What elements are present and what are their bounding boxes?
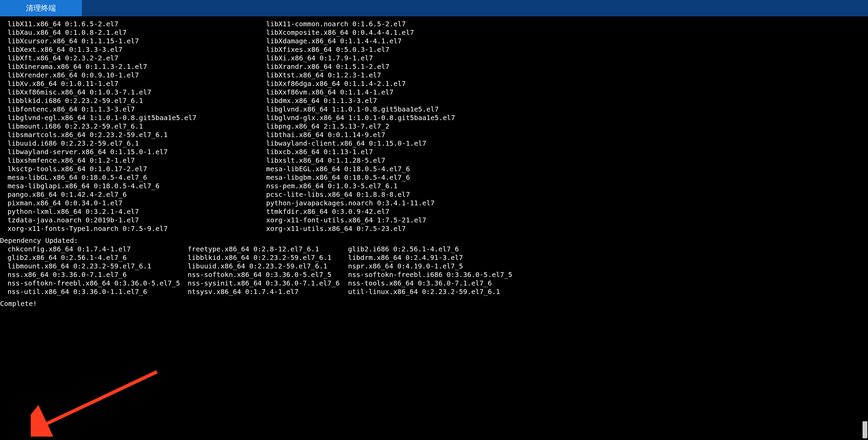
pkg-line: libmount.x86_64 0:2.23.2-59.el7_6.1 bbox=[8, 262, 188, 270]
pkg-line: libxcb.x86_64 0:1.13-1.el7 bbox=[266, 148, 455, 156]
pkg-line: libmount.i686 0:2.23.2-59.el7_6.1 bbox=[8, 122, 266, 131]
pkg-line: libglvnd-glx.x86_64 1:1.0.1-0.8.git5baa1… bbox=[266, 114, 455, 122]
pkg-line: libwayland-client.x86_64 0:1.15.0-1.el7 bbox=[266, 139, 455, 148]
pkg-line: xorg-x11-font-utils.x86_64 1:7.5-21.el7 bbox=[266, 216, 455, 224]
svg-line-1 bbox=[41, 372, 157, 426]
clear-terminal-button[interactable]: 清理终端 bbox=[0, 0, 82, 16]
pkg-line: chkconfig.x86_64 0:1.7.4-1.el7 bbox=[8, 245, 188, 253]
pkg-line: tzdata-java.noarch 0:2019b-1.el7 bbox=[8, 216, 266, 224]
pkg-line: libxshmfence.x86_64 0:1.2-1.el7 bbox=[8, 156, 266, 165]
pkg-line: python-javapackages.noarch 0:3.4.1-11.el… bbox=[266, 199, 455, 207]
clear-button-label: 清理终端 bbox=[26, 3, 56, 13]
pkg-line: glib2.x86_64 0:2.56.1-4.el7_6 bbox=[8, 253, 188, 262]
pkg-line: nss-softokn-freebl.x86_64 0:3.36.0-5.el7… bbox=[8, 279, 188, 288]
dep-column-a: chkconfig.x86_64 0:1.7.4-1.el7 glib2.x86… bbox=[0, 245, 188, 296]
header-bar: 清理终端 bbox=[0, 0, 868, 16]
pkg-line: libXdamage.x86_64 0:1.1.4-4.1.el7 bbox=[266, 37, 455, 45]
scrollbar-track[interactable] bbox=[862, 16, 868, 440]
pkg-line: libxslt.x86_64 0:1.1.28-5.el7 bbox=[266, 156, 455, 165]
pkg-line: libuuid.x86_64 0:2.23.2-59.el7_6.1 bbox=[188, 262, 348, 270]
pkg-line: libdmx.x86_64 0:1.1.3-3.el7 bbox=[266, 97, 455, 105]
pkg-line: libglvnd.x86_64 1:1.0.1-0.8.git5baa1e5.e… bbox=[266, 105, 455, 114]
installed-packages-section: libX11.x86_64 0:1.6.5-2.el7 libXau.x86_6… bbox=[0, 20, 868, 233]
pkg-line: xorg-x11-fonts-Type1.noarch 0:7.5-9.el7 bbox=[8, 224, 266, 233]
pkg-line: python-lxml.x86_64 0:3.2.1-4.el7 bbox=[8, 207, 266, 216]
pkg-line: nss-sysinit.x86_64 0:3.36.0-7.1.el7_6 bbox=[188, 279, 348, 288]
dependency-updated-header: Dependency Updated: bbox=[0, 236, 868, 245]
pkg-line: nss-pem.x86_64 0:1.0.3-5.el7_6.1 bbox=[266, 182, 455, 190]
pkg-line: libXinerama.x86_64 0:1.1.3-2.1.el7 bbox=[8, 62, 266, 71]
pkg-line: libXcomposite.x86_64 0:0.4.4-4.1.el7 bbox=[266, 28, 455, 37]
pkg-line: libXv.x86_64 0:1.0.11-1.el7 bbox=[8, 79, 266, 88]
pkg-line: pixman.x86_64 0:0.34.0-1.el7 bbox=[8, 199, 266, 207]
pkg-line: libthai.x86_64 0:0.1.14-9.el7 bbox=[266, 131, 455, 139]
pkg-line: mesa-libglapi.x86_64 0:18.0.5-4.el7_6 bbox=[8, 182, 266, 190]
pkg-line: libXft.x86_64 0:2.3.2-2.el7 bbox=[8, 54, 266, 62]
pkg-line: xorg-x11-utils.x86_64 0:7.5-23.el7 bbox=[266, 224, 455, 233]
pkg-line: libXxf86vm.x86_64 0:1.1.4-1.el7 bbox=[266, 88, 455, 97]
pkg-line: pango.x86_64 0:1.42.4-2.el7_6 bbox=[8, 190, 266, 199]
pkg-line: libsmartcols.x86_64 0:2.23.2-59.el7_6.1 bbox=[8, 131, 266, 139]
pkg-line: nss-softokn.x86_64 0:3.36.0-5.el7_5 bbox=[188, 270, 348, 279]
pkg-line: util-linux.x86_64 0:2.23.2-59.el7_6.1 bbox=[348, 288, 512, 296]
pkg-line: nss-util.x86_64 0:3.36.0-1.1.el7_6 bbox=[8, 288, 188, 296]
dep-column-b: freetype.x86_64 0:2.8-12.el7_6.1 libblki… bbox=[188, 245, 348, 296]
terminal-output: libX11.x86_64 0:1.6.5-2.el7 libXau.x86_6… bbox=[0, 16, 868, 308]
pkg-line: freetype.x86_64 0:2.8-12.el7_6.1 bbox=[188, 245, 348, 253]
pkg-line: lksctp-tools.x86_64 0:1.0.17-2.el7 bbox=[8, 165, 266, 173]
pkg-line: libuuid.i686 0:2.23.2-59.el7_6.1 bbox=[8, 139, 266, 148]
pkg-line: libXcursor.x86_64 0:1.1.15-1.el7 bbox=[8, 37, 266, 45]
pkg-line: libXau.x86_64 0:1.0.8-2.1.el7 bbox=[8, 28, 266, 37]
pkg-line: mesa-libgbm.x86_64 0:18.0.5-4.el7_6 bbox=[266, 173, 455, 182]
pkg-line: libpng.x86_64 2:1.5.13-7.el7_2 bbox=[266, 122, 455, 131]
pkg-line: mesa-libGL.x86_64 0:18.0.5-4.el7_6 bbox=[8, 173, 266, 182]
dependency-updated-section: chkconfig.x86_64 0:1.7.4-1.el7 glib2.x86… bbox=[0, 245, 868, 296]
pkg-line: libdrm.x86_64 0:2.4.91-3.el7 bbox=[348, 253, 512, 262]
pkg-line: libglvnd-egl.x86_64 1:1.0.1-0.8.git5baa1… bbox=[8, 114, 266, 122]
pkg-line: libblkid.i686 0:2.23.2-59.el7_6.1 bbox=[8, 97, 266, 105]
pkg-line: libXfixes.x86_64 0:5.0.3-1.el7 bbox=[266, 45, 455, 54]
pkg-line: nspr.x86_64 0:4.19.0-1.el7_5 bbox=[348, 262, 512, 270]
pkg-line: ttmkfdir.x86_64 0:3.0.9-42.el7 bbox=[266, 207, 455, 216]
scrollbar-thumb[interactable] bbox=[863, 421, 867, 438]
packages-left-column: libX11.x86_64 0:1.6.5-2.el7 libXau.x86_6… bbox=[0, 20, 266, 233]
annotation-arrow-icon bbox=[31, 368, 167, 437]
pkg-line: libwayland-server.x86_64 0:1.15.0-1.el7 bbox=[8, 148, 266, 156]
pkg-line: nss-softokn-freebl.i686 0:3.36.0-5.el7_5 bbox=[348, 270, 512, 279]
pkg-line: libfontenc.x86_64 0:1.1.3-3.el7 bbox=[8, 105, 266, 114]
pkg-line: nss-tools.x86_64 0:3.36.0-7.1.el7_6 bbox=[348, 279, 512, 288]
pkg-line: pcsc-lite-libs.x86_64 0:1.8.8-8.el7 bbox=[266, 190, 455, 199]
pkg-line: libX11-common.noarch 0:1.6.5-2.el7 bbox=[266, 20, 455, 28]
pkg-line: nss.x86_64 0:3.36.0-7.1.el7_6 bbox=[8, 270, 188, 279]
complete-status: Complete! bbox=[0, 299, 868, 308]
pkg-line: libXrender.x86_64 0:0.9.10-1.el7 bbox=[8, 71, 266, 79]
pkg-line: libXxf86misc.x86_64 0:1.0.3-7.1.el7 bbox=[8, 88, 266, 97]
pkg-line: libXtst.x86_64 0:1.2.3-1.el7 bbox=[266, 71, 455, 79]
pkg-line: libXrandr.x86_64 0:1.5.1-2.el7 bbox=[266, 62, 455, 71]
dep-column-c: glib2.i686 0:2.56.1-4.el7_6 libdrm.x86_6… bbox=[348, 245, 512, 296]
packages-right-column: libX11-common.noarch 0:1.6.5-2.el7 libXc… bbox=[266, 20, 455, 233]
pkg-line: libXext.x86_64 0:1.3.3-3.el7 bbox=[8, 45, 266, 54]
pkg-line: libXi.x86_64 0:1.7.9-1.el7 bbox=[266, 54, 455, 62]
pkg-line: libblkid.x86_64 0:2.23.2-59.el7_6.1 bbox=[188, 253, 348, 262]
pkg-line: libX11.x86_64 0:1.6.5-2.el7 bbox=[8, 20, 266, 28]
pkg-line: libXxf86dga.x86_64 0:1.1.4-2.1.el7 bbox=[266, 79, 455, 88]
pkg-line: glib2.i686 0:2.56.1-4.el7_6 bbox=[348, 245, 512, 253]
pkg-line: ntsysv.x86_64 0:1.7.4-1.el7 bbox=[188, 288, 348, 296]
pkg-line: mesa-libEGL.x86_64 0:18.0.5-4.el7_6 bbox=[266, 165, 455, 173]
